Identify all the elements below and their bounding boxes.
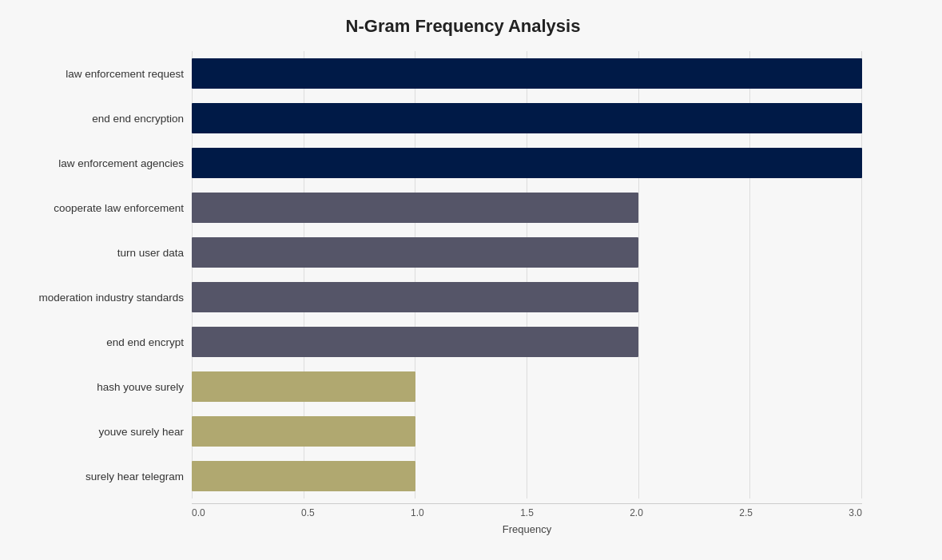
chart-title: N-Gram Frequency Analysis [16, 16, 910, 37]
chart-inner: law enforcement requestend end encryptio… [192, 51, 862, 498]
bar-track [192, 58, 862, 89]
bar-track [192, 327, 862, 357]
bar-row: law enforcement agencies [192, 141, 862, 185]
bar-row: moderation industry standards [192, 275, 862, 320]
chart-container: N-Gram Frequency Analysis law enforcemen… [0, 0, 942, 560]
bar-label: end end encrypt [20, 336, 192, 348]
x-tick: 2.5 [739, 507, 753, 518]
bar-track [192, 103, 862, 133]
x-tick: 0.5 [301, 507, 315, 518]
bar-track [192, 148, 862, 178]
bar-fill [192, 148, 862, 178]
bar-fill [192, 371, 415, 402]
bar-row: end end encrypt [192, 320, 862, 364]
x-tick: 0.0 [192, 507, 205, 518]
bars-wrapper: law enforcement requestend end encryptio… [192, 51, 862, 498]
x-tick: 1.0 [411, 507, 424, 518]
bar-row: cooperate law enforcement [192, 185, 862, 230]
bar-track [192, 237, 862, 268]
bar-row: hash youve surely [192, 364, 862, 409]
bar-row: end end encryption [192, 96, 862, 141]
bar-track [192, 371, 862, 402]
bar-label: cooperate law enforcement [20, 202, 192, 214]
bar-track [192, 416, 862, 447]
x-axis: 0.00.51.01.52.02.53.0 [192, 503, 862, 518]
bar-fill [192, 58, 862, 89]
bar-fill [192, 237, 638, 268]
x-tick: 1.5 [520, 507, 534, 518]
bar-label: surely hear telegram [20, 471, 192, 483]
x-ticks: 0.00.51.01.52.02.53.0 [192, 507, 862, 518]
bar-label: law enforcement agencies [20, 157, 192, 169]
bar-fill [192, 327, 638, 357]
bar-label: law enforcement request [20, 68, 192, 80]
bar-label: turn user data [20, 247, 192, 259]
bar-track [192, 193, 862, 223]
bar-fill [192, 103, 862, 133]
bar-label: youve surely hear [20, 426, 192, 438]
bar-fill [192, 282, 638, 312]
bar-fill [192, 193, 638, 223]
x-tick: 2.0 [630, 507, 643, 518]
bar-label: end end encryption [20, 113, 192, 125]
bar-row: turn user data [192, 230, 862, 275]
bar-track [192, 461, 862, 491]
bar-row: youve surely hear [192, 409, 862, 454]
x-tick: 3.0 [849, 507, 862, 518]
x-axis-label: Frequency [192, 523, 862, 535]
bar-fill [192, 461, 415, 491]
bar-fill [192, 416, 415, 447]
bar-label: hash youve surely [20, 381, 192, 393]
bar-track [192, 282, 862, 312]
bar-row: law enforcement request [192, 51, 862, 96]
bar-label: moderation industry standards [20, 292, 192, 304]
bar-row: surely hear telegram [192, 454, 862, 498]
